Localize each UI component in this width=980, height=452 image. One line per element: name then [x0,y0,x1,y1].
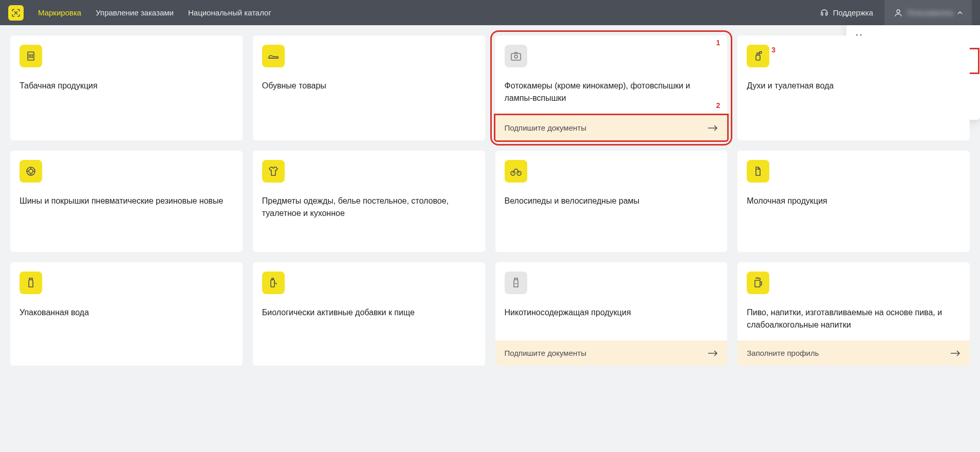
svg-rect-14 [755,280,760,287]
card-title: Шины и покрышки пневматические резиновые… [20,195,233,207]
arrow-right-icon [950,350,960,357]
card-water[interactable]: Упакованная вода [10,262,243,366]
card-title: Пиво, напитки, изготавливаемые на основе… [747,306,960,331]
milk-icon [747,160,769,183]
svg-rect-11 [29,278,32,280]
tobacco-icon [20,45,42,67]
header: Маркировка Управление заказами Националь… [0,0,980,25]
headset-icon [820,8,829,17]
card-title: Биологически активные добавки к пище [262,306,476,319]
svg-rect-5 [757,53,759,55]
card-milk[interactable]: Молочная продукция [737,151,970,252]
nav-orders[interactable]: Управление заказами [96,8,174,17]
card-tobacco[interactable]: Табачная продукция [10,35,243,140]
bicycle-icon [505,160,527,183]
supplement-icon [262,272,285,294]
card-supplements[interactable]: Биологически активные добавки к пище [253,262,485,366]
annotation-3: 3 [771,46,775,54]
support-button[interactable]: Поддержка [820,8,873,17]
svg-rect-2 [511,53,521,60]
card-title: Предметы одежды, белье постельное, столо… [262,195,476,220]
sign-documents-button[interactable]: Подпишите документы [495,340,728,366]
nav-catalog[interactable]: Национальный каталог [188,8,271,17]
logo-icon[interactable] [8,5,24,21]
water-icon [20,272,42,294]
user-icon [894,8,903,17]
card-beer[interactable]: Пиво, напитки, изготавливаемые на основе… [737,262,970,366]
svg-point-0 [897,10,900,13]
action-label: Подпишите документы [505,123,586,132]
card-perfume[interactable]: 3 Духи и туалетная вода [737,35,970,140]
action-label: Заполните профиль [747,349,819,357]
chevron-up-icon [957,10,963,15]
beer-icon [747,272,769,294]
card-tires[interactable]: Шины и покрышки пневматические резиновые… [10,151,243,252]
user-name: Пользователь [907,9,953,17]
arrow-right-icon [708,350,718,357]
card-title: Фотокамеры (кроме кинокамер), фотовспышк… [505,80,718,104]
card-title: Обувные товары [262,80,476,92]
annotation-1: 1 [716,39,720,47]
card-title: Табачная продукция [20,80,233,92]
camera-icon [505,45,527,67]
nicotine-icon [505,272,527,294]
card-title: Велосипеды и велосипедные рамы [505,195,718,207]
svg-point-6 [760,51,762,53]
perfume-icon [747,45,769,67]
tire-icon [20,160,42,183]
svg-rect-13 [514,278,517,280]
card-shoes[interactable]: Обувные товары [253,35,485,140]
card-title: Духи и туалетная вода [747,80,960,92]
card-title: Упакованная вода [20,306,233,319]
nav-marking[interactable]: Маркировка [38,8,81,17]
action-label: Подпишите документы [505,349,586,357]
svg-rect-4 [756,55,760,60]
arrow-right-icon [708,124,718,132]
card-nicotine[interactable]: Никотиносодержащая продукция Подпишите д… [495,262,728,366]
card-clothes[interactable]: Предметы одежды, белье постельное, столо… [253,151,485,252]
card-bicycles[interactable]: Велосипеды и велосипедные рамы [495,151,728,252]
card-title: Никотиносодержащая продукция [505,306,718,319]
svg-point-8 [29,169,33,173]
annotation-2: 2 [716,101,720,110]
fill-profile-button[interactable]: Заполните профиль [737,340,970,366]
sign-documents-button[interactable]: Подпишите документы [494,114,729,142]
user-menu-button[interactable]: Пользователь [884,0,972,25]
clothes-icon [262,160,285,183]
shoe-icon [262,45,285,67]
main-nav: Маркировка Управление заказами Националь… [38,8,271,17]
svg-point-3 [514,55,517,58]
card-cameras[interactable]: 1 2 Фотокамеры (кроме кинокамер), фотовс… [495,35,728,140]
content: Табачная продукция Обувные товары 1 2 Фо… [0,25,980,376]
svg-rect-12 [271,280,274,287]
support-label: Поддержка [833,8,873,17]
card-title: Молочная продукция [747,195,960,207]
cards-grid: Табачная продукция Обувные товары 1 2 Фо… [10,35,970,366]
